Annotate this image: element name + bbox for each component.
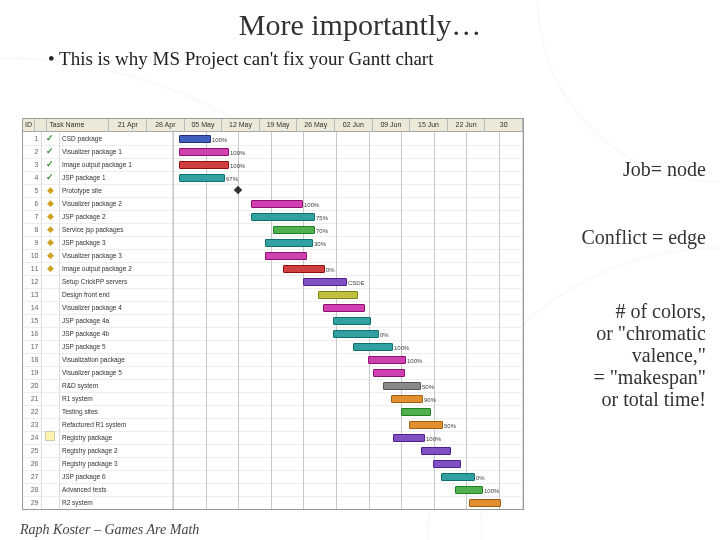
- table-row: 12Setup CrickPP serversCSDE: [23, 275, 523, 288]
- table-row: 10◆Visualizer package 3: [23, 249, 523, 262]
- gantt-bar: [179, 148, 229, 156]
- col-name: Task Name: [47, 119, 109, 131]
- table-row: 16JSP package 4b0%: [23, 327, 523, 340]
- gantt-bar: [179, 161, 229, 169]
- gantt-bar: [333, 330, 379, 338]
- col-indicator: [35, 119, 47, 131]
- gantt-bar: [273, 226, 315, 234]
- gantt-bar: [251, 213, 315, 221]
- slide-title: More importantly…: [0, 8, 720, 42]
- gantt-bar: [368, 356, 406, 364]
- gantt-bar: [333, 317, 371, 325]
- gantt-bar: [353, 343, 393, 351]
- date-header: 28 Apr: [147, 119, 185, 131]
- table-row: 2✓Visualizer package 1100%: [23, 145, 523, 158]
- table-row: 8◆Service jsp packages70%: [23, 223, 523, 236]
- table-row: 14Visualizer package 4: [23, 301, 523, 314]
- table-row: 25Registry package 2: [23, 444, 523, 457]
- gantt-bar: [393, 434, 425, 442]
- gantt-bar: [323, 304, 365, 312]
- gantt-chart: ID Task Name 21 Apr28 Apr05 May12 May19 …: [22, 118, 524, 510]
- table-row: 20R&D system50%: [23, 379, 523, 392]
- bullet-1: This is why MS Project can't fix your Ga…: [48, 48, 720, 70]
- table-row: 21R1 system90%: [23, 392, 523, 405]
- table-row: 13Design front end: [23, 288, 523, 301]
- gantt-bar: [179, 174, 225, 182]
- table-row: 17JSP package 5100%: [23, 340, 523, 353]
- table-row: 11◆Image output package 20%: [23, 262, 523, 275]
- gantt-bar: [373, 369, 405, 377]
- table-row: 29R2 system: [23, 496, 523, 509]
- annotation-job: Job= node: [623, 158, 706, 180]
- gantt-bar: [441, 473, 475, 481]
- table-row: 28Advanced tests100%: [23, 483, 523, 496]
- annot3-line1: # of colors,: [615, 300, 706, 322]
- annotation-chromatic: # of colors, or "chromatic valence," = "…: [593, 300, 706, 410]
- table-row: 30Create Lifecare demos: [23, 509, 523, 510]
- date-header: 30: [485, 119, 523, 131]
- table-row: 9◆JSP package 330%: [23, 236, 523, 249]
- table-row: 23Refactored R1 system50%: [23, 418, 523, 431]
- gantt-bar: [391, 395, 423, 403]
- annot3-line4: = "makespan": [593, 366, 706, 388]
- date-header: 22 Jun: [448, 119, 486, 131]
- date-header: 09 Jun: [373, 119, 411, 131]
- table-row: 19Visualizer package 5: [23, 366, 523, 379]
- table-row: 18Visualization package100%: [23, 353, 523, 366]
- annot3-line2: or "chromatic: [596, 322, 706, 344]
- table-row: 3✓Image output package 1100%: [23, 158, 523, 171]
- gantt-bar: [455, 486, 483, 494]
- annot3-line5: or total time!: [602, 388, 706, 410]
- gantt-bar: [283, 265, 325, 273]
- date-header: 21 Apr: [109, 119, 147, 131]
- table-row: 15JSP package 4a: [23, 314, 523, 327]
- gantt-rows: 1✓CSD package100%2✓Visualizer package 11…: [23, 132, 523, 508]
- annotation-conflict: Conflict = edge: [581, 226, 706, 248]
- table-row: 22Testing sites: [23, 405, 523, 418]
- table-row: 7◆JSP package 275%: [23, 210, 523, 223]
- date-header: 26 May: [297, 119, 335, 131]
- table-row: 4✓JSP package 197%: [23, 171, 523, 184]
- table-row: 27JSP package 60%: [23, 470, 523, 483]
- gantt-bar: [409, 421, 443, 429]
- gantt-header: ID Task Name 21 Apr28 Apr05 May12 May19 …: [23, 119, 523, 132]
- col-id: ID: [23, 119, 35, 131]
- gantt-bar: [251, 200, 303, 208]
- gantt-bar: [265, 239, 313, 247]
- table-row: 6◆Visualizer package 2100%: [23, 197, 523, 210]
- date-header: 19 May: [260, 119, 298, 131]
- gantt-bar: [383, 382, 421, 390]
- gantt-bar: [265, 252, 307, 260]
- gantt-bar: [179, 135, 211, 143]
- annot3-line3: valence,": [632, 344, 706, 366]
- date-header: 15 Jun: [410, 119, 448, 131]
- date-header: 05 May: [185, 119, 223, 131]
- gantt-bar: [469, 499, 501, 507]
- date-header: 02 Jun: [335, 119, 373, 131]
- table-row: 26Registry package 3: [23, 457, 523, 470]
- milestone-icon: [234, 186, 242, 194]
- gantt-bar: [318, 291, 358, 299]
- date-header: 12 May: [222, 119, 260, 131]
- gantt-bar: [433, 460, 461, 468]
- slide: More importantly… This is why MS Project…: [0, 8, 720, 540]
- gantt-bar: [421, 447, 451, 455]
- table-row: 5◆Prototype site: [23, 184, 523, 197]
- gantt-bar: [303, 278, 347, 286]
- table-row: 24Registry package100%: [23, 431, 523, 444]
- col-dates: 21 Apr28 Apr05 May12 May19 May26 May02 J…: [109, 119, 523, 131]
- footer: Raph Koster – Games Are Math: [20, 522, 199, 538]
- table-row: 1✓CSD package100%: [23, 132, 523, 145]
- gantt-bar: [401, 408, 431, 416]
